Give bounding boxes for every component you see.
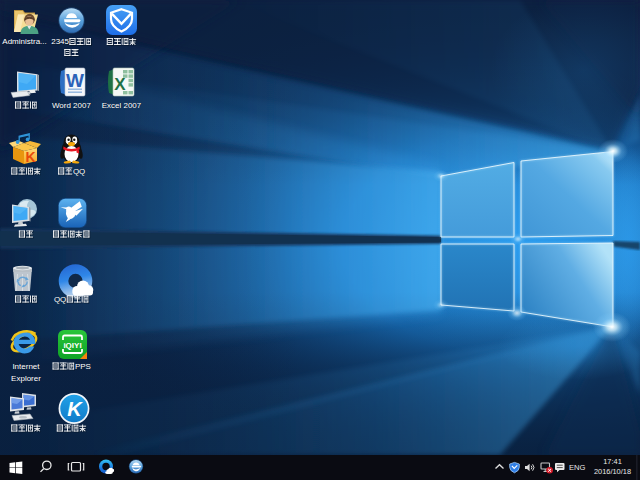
svg-text:Internet: Internet [12, 362, 40, 371]
svg-text:X: X [114, 75, 126, 94]
svg-text:QQ: QQ [73, 167, 85, 176]
svg-text:Administra...: Administra... [2, 37, 46, 46]
svg-text:K: K [25, 149, 35, 165]
svg-text:QQ: QQ [54, 295, 66, 304]
svg-text:K: K [67, 398, 83, 420]
svg-text:17:41: 17:41 [603, 457, 622, 466]
svg-text:W: W [66, 70, 84, 91]
svg-text:Excel 2007: Excel 2007 [102, 101, 142, 110]
svg-text:iQIYI: iQIYI [63, 341, 81, 350]
svg-text:PPS: PPS [75, 362, 91, 371]
svg-text:Word 2007: Word 2007 [52, 101, 92, 110]
svg-text:2016/10/18: 2016/10/18 [594, 467, 631, 476]
svg-text:2345: 2345 [51, 37, 69, 46]
svg-text:Explorer: Explorer [11, 374, 41, 383]
svg-text:ENG: ENG [569, 463, 586, 472]
